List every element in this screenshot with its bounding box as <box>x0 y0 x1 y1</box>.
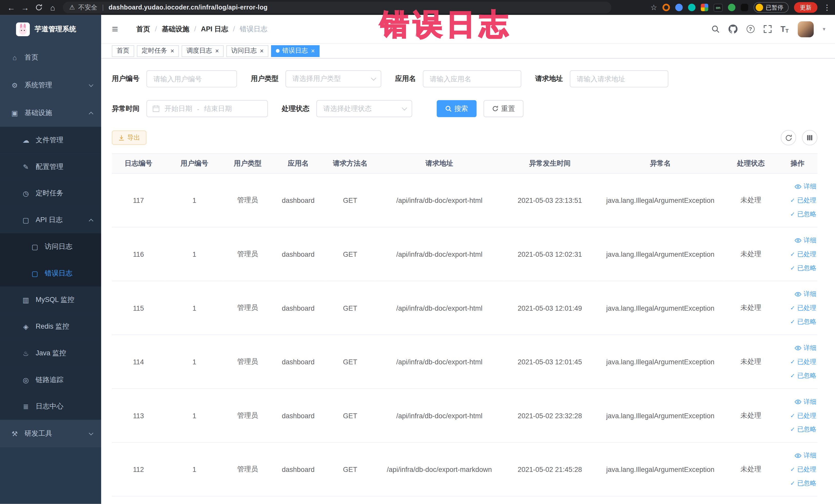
close-icon[interactable]: × <box>311 48 315 54</box>
detail-link[interactable]: 详细 <box>794 449 816 462</box>
close-icon[interactable]: × <box>260 48 264 54</box>
sidebar-item-dev-tools[interactable]: ⚒ 研发工具 <box>0 420 101 447</box>
sidebar-item-mysql-monitor[interactable]: ▥ MySQL 监控 <box>0 286 101 313</box>
sidebar-item-java-monitor[interactable]: ♨ Java 监控 <box>0 340 101 367</box>
ignored-link[interactable]: ✓ 已忽略 <box>790 423 816 436</box>
browser-menu-icon[interactable]: ⋮ <box>823 3 831 12</box>
sidebar-item-config-management[interactable]: ✎ 配置管理 <box>0 153 101 180</box>
back-icon[interactable]: ← <box>4 1 18 14</box>
chevron-down-icon <box>89 430 94 435</box>
column-header: 处理状态 <box>724 154 777 174</box>
process-status-select[interactable]: 请选择处理状态 <box>316 100 412 117</box>
sidebar-item-infrastructure[interactable]: ▣ 基础设施 <box>0 99 101 127</box>
sidebar-item-scheduled-tasks[interactable]: ◷ 定时任务 <box>0 180 101 207</box>
extension-icon[interactable] <box>688 4 695 11</box>
ignored-link[interactable]: ✓ 已忽略 <box>790 369 816 382</box>
ignored-link[interactable]: ✓ 已忽略 <box>790 261 816 275</box>
sidebar-item-trace[interactable]: ◎ 链路追踪 <box>0 366 101 393</box>
eye-icon <box>794 344 801 351</box>
processed-link[interactable]: ✓ 已处理 <box>790 463 816 476</box>
github-icon[interactable] <box>728 24 737 33</box>
update-button[interactable]: 更新 <box>794 2 817 13</box>
app-name-input[interactable] <box>423 70 521 87</box>
cell-actions: 详细 ✓ 已处理 ✓ 已忽略 <box>777 173 817 227</box>
sidebar-item-redis-monitor[interactable]: ◈ Redis 监控 <box>0 313 101 340</box>
tab-schedule-log[interactable]: 调度日志 × <box>182 45 224 57</box>
home-icon[interactable]: ⌂ <box>46 1 60 14</box>
close-icon[interactable]: × <box>170 48 174 54</box>
cell-exception-time: 2021-05-03 12:01:45 <box>503 335 596 389</box>
processed-link[interactable]: ✓ 已处理 <box>790 247 816 261</box>
start-date-input[interactable]: 开始日期 <box>165 104 192 114</box>
cell-user-type: 管理员 <box>224 173 271 227</box>
extension-on-badge-icon[interactable]: on <box>714 3 722 11</box>
hamburger-icon[interactable]: ≡ <box>112 23 125 35</box>
breadcrumb-separator: / <box>233 25 235 33</box>
font-size-icon[interactable]: TT <box>780 24 789 33</box>
breadcrumb-infrastructure[interactable]: 基础设施 <box>162 24 189 34</box>
detail-link[interactable]: 详细 <box>794 180 816 193</box>
cell-request-url: /api/infra/db-doc/export-html <box>375 335 503 389</box>
extension-icon[interactable] <box>701 4 708 11</box>
search-icon[interactable] <box>711 25 719 33</box>
close-icon[interactable]: × <box>215 48 219 54</box>
extension-icon[interactable] <box>663 4 670 11</box>
bookmark-star-icon[interactable]: ☆ <box>650 3 657 12</box>
sidebar-item-home[interactable]: ⌂ 首页 <box>0 44 101 72</box>
extensions-puzzle-icon[interactable] <box>741 4 748 11</box>
extension-icon[interactable] <box>728 4 735 11</box>
forward-icon[interactable]: → <box>18 1 32 14</box>
processed-link[interactable]: ✓ 已处理 <box>790 194 816 207</box>
detail-link[interactable]: 详细 <box>794 287 816 301</box>
reset-button[interactable]: 重置 <box>484 100 524 117</box>
fullscreen-icon[interactable] <box>763 25 771 33</box>
sidebar-item-access-log[interactable]: ▢ 访问日志 <box>0 234 101 260</box>
processed-link[interactable]: ✓ 已处理 <box>790 355 816 368</box>
end-date-input[interactable]: 结束日期 <box>204 104 232 114</box>
tab-home[interactable]: 首页 <box>112 45 134 57</box>
ignored-link[interactable]: ✓ 已忽略 <box>790 477 816 490</box>
tab-error-log[interactable]: 错误日志 × <box>271 45 320 57</box>
tab-access-log[interactable]: 访问日志 × <box>226 45 268 57</box>
request-url-input[interactable] <box>570 70 668 87</box>
detail-link[interactable]: 详细 <box>794 395 816 408</box>
sidebar-item-error-log[interactable]: ▢ 错误日志 <box>0 260 101 286</box>
reload-icon[interactable] <box>32 1 46 14</box>
date-range-picker[interactable]: 开始日期 - 结束日期 <box>147 100 268 117</box>
sidebar-item-file-management[interactable]: ☁ 文件管理 <box>0 127 101 154</box>
user-type-select[interactable]: 请选择用户类型 <box>285 70 381 87</box>
user-id-input[interactable] <box>147 70 237 87</box>
export-button[interactable]: 导出 <box>112 130 147 145</box>
column-settings-button[interactable] <box>802 130 817 145</box>
processed-link[interactable]: ✓ 已处理 <box>790 301 816 315</box>
ignored-link[interactable]: ✓ 已忽略 <box>790 315 816 328</box>
cell-user-type: 管理员 <box>224 227 271 281</box>
cell-request-url: /api/infra/db-doc/export-html <box>375 173 503 227</box>
address-bar[interactable]: ⚠ 不安全 | dashboard.yudao.iocoder.cn/infra… <box>63 2 611 13</box>
ignored-link[interactable]: ✓ 已忽略 <box>790 207 816 221</box>
search-button[interactable]: 搜索 <box>436 100 477 117</box>
tab-timed-task[interactable]: 定时任务 × <box>137 45 179 57</box>
sidebar-item-api-log[interactable]: ▢ API 日志 <box>0 207 101 234</box>
user-avatar[interactable] <box>798 21 814 37</box>
pencil-icon: ✎ <box>21 163 30 171</box>
detail-link[interactable]: 详细 <box>794 341 816 355</box>
extension-icon[interactable] <box>675 4 683 11</box>
profile-paused-chip[interactable]: 已暂停 <box>754 2 789 13</box>
processed-link[interactable]: ✓ 已处理 <box>790 409 816 422</box>
detail-link[interactable]: 详细 <box>794 234 816 247</box>
sidebar-item-system-management[interactable]: ⚙ 系统管理 <box>0 72 101 99</box>
sidebar-item-log-center[interactable]: ≣ 日志中心 <box>0 393 101 420</box>
cell-status: 未处理 <box>724 173 777 227</box>
caret-down-icon[interactable]: ▾ <box>823 26 825 32</box>
refresh-button[interactable] <box>780 130 796 145</box>
app-title: 芋道管理系统 <box>35 24 76 34</box>
column-header: 日志编号 <box>112 154 165 174</box>
redis-icon: ◈ <box>21 322 30 330</box>
dashboard-icon: ⌂ <box>10 54 19 61</box>
error-log-table: 日志编号 用户编号 用户类型 应用名 请求方法名 请求地址 异常发生时间 异常名… <box>112 153 817 496</box>
help-icon[interactable]: ? <box>747 25 754 33</box>
breadcrumb-home[interactable]: 首页 <box>136 24 150 34</box>
breadcrumb-api-log[interactable]: API 日志 <box>201 24 228 34</box>
sidebar: 芋道管理系统 ⌂ 首页 ⚙ 系统管理 ▣ 基础设施 ☁ 文件管理 ✎ <box>0 15 101 504</box>
